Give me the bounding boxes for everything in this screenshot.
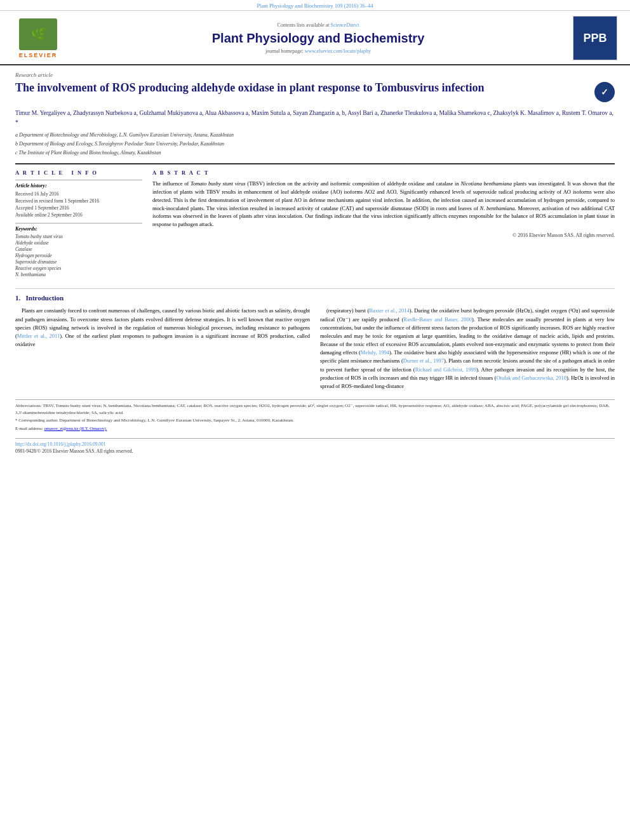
intro-left-col: Plants are constantly forced to confront… (15, 307, 310, 394)
article-info-heading: A R T I C L E I N F O (15, 170, 142, 176)
email-label: E-mail address: (15, 426, 43, 431)
affiliations: a Department of Biotechnology and Microb… (15, 131, 615, 157)
corresponding-text: * Corresponding author. Department of Bi… (15, 418, 294, 423)
keyword-4: Hydrogen peroxide (15, 253, 142, 258)
article-type: Research article (15, 72, 615, 78)
keyword-7: N. benthamiana (15, 272, 142, 277)
received-date: Received 16 July 2016 (15, 191, 142, 197)
abbreviations-footnote: Abbreviations: TBSV, Tomato bushy stunt … (15, 403, 615, 416)
plant-name: Nicotiana benthamiana (460, 180, 512, 187)
copyright-line: © 2016 Elsevier Masson SAS. All rights r… (152, 232, 615, 238)
intro-heading: 1. Introduction (15, 294, 615, 302)
keywords-heading: Keywords: (15, 226, 142, 232)
affil-a: a Department of Biotechnology and Microb… (15, 131, 615, 139)
mehdy-ref[interactable]: Mehdy, 1994 (361, 349, 389, 356)
keyword-1: Tomato bushy stunt virus (15, 234, 142, 239)
abstract-text: The influence of Tomato bushy stunt viru… (152, 180, 615, 229)
homepage-link[interactable]: www.elsevier.com/locate/plaphy (305, 48, 371, 54)
issn-line: 0981-9428/© 2016 Elsevier Masson SAS. Al… (15, 448, 615, 454)
bottom-bar: http://dx.doi.org/10.1016/j.jplaphy.2016… (15, 438, 615, 454)
intro-body: Plants are constantly forced to confront… (15, 307, 615, 394)
keywords-section: Keywords: Tomato bushy stunt virus Aldeh… (15, 223, 142, 277)
corresponding-footnote: * Corresponding author. Department of Bi… (15, 417, 615, 424)
footnotes: Abbreviations: TBSV, Tomato bushy stunt … (15, 399, 615, 432)
abbrev-text: Abbreviations: TBSV, Tomato bushy stunt … (15, 403, 610, 415)
intro-right-para1: (respiratory) burst (Baxter et al., 2014… (320, 307, 615, 390)
intro-right-col: (respiratory) burst (Baxter et al., 2014… (320, 307, 615, 394)
sciencedirect-link[interactable]: ScienceDirect (331, 22, 359, 28)
journal-ref: Plant Physiology and Biochemistry 109 (2… (257, 3, 373, 9)
intro-section: 1. Introduction Plants are constantly fo… (15, 288, 615, 394)
crossmark-badge: ✓ (594, 82, 615, 102)
page-wrapper: Plant Physiology and Biochemistry 109 (2… (0, 0, 630, 840)
email-link[interactable]: omarov_rt@enu.kz (R.T. Omarov). (44, 426, 107, 431)
elsevier-tree-icon: 🌿 (19, 18, 57, 50)
authors-line: Timur M. Yergaliyev a, Zhadyrassyn Nurbe… (15, 109, 615, 128)
journal-ref-bar: Plant Physiology and Biochemistry 109 (2… (0, 0, 630, 11)
homepage-prefix: journal homepage: (265, 48, 304, 54)
sciencedirect-line: Contents lists available at ScienceDirec… (70, 22, 566, 28)
authors-text: Timur M. Yergaliyev a, Zhadyrassyn Nurbe… (15, 110, 613, 126)
keyword-5: Superoxide dismutase (15, 259, 142, 265)
left-col: A R T I C L E I N F O Article history: R… (15, 170, 142, 278)
article-title-block: The involvement of ROS producing aldehyd… (15, 81, 615, 102)
elsevier-logo: 🌿 ELSEVIER (13, 18, 64, 58)
article-info-abstract-section: A R T I C L E I N F O Article history: R… (15, 163, 615, 278)
durner-ref[interactable]: Durner et al., 1997 (403, 357, 444, 364)
crossmark-icon: ✓ (594, 82, 615, 102)
intro-left-para1: Plants are constantly forced to confront… (15, 307, 310, 349)
ppb-logo: PPB (573, 16, 617, 60)
article-history-heading: Article history: (15, 183, 142, 189)
intro-number: 1. (15, 294, 20, 302)
article-title-text: The involvement of ROS producing aldehyd… (15, 81, 588, 95)
keyword-2: Aldehyde oxidase (15, 240, 142, 246)
mittler-ref[interactable]: Mittler et al., 2011 (17, 333, 60, 339)
doi-link: http://dx.doi.org/10.1016/j.jplaphy.2016… (15, 441, 615, 447)
sciencedirect-prefix: Contents lists available at (278, 22, 330, 28)
journal-title: Plant Physiology and Biochemistry (70, 30, 566, 46)
main-content: Research article The involvement of ROS … (0, 65, 630, 460)
n-bent: N. benthamiana (480, 205, 515, 211)
right-col: A B S T R A C T The influence of Tomato … (152, 170, 615, 278)
affil-c: c The Institute of Plant Biology and Bio… (15, 149, 615, 157)
abstract-heading: A B S T R A C T (152, 170, 615, 176)
revised-date: Received in revised form 1 September 201… (15, 198, 142, 204)
accepted-date: Accepted 1 September 2016 (15, 205, 142, 211)
affil-b: b Department of Biology and Ecology, S.T… (15, 140, 615, 148)
riedle-ref[interactable]: Riedle-Bauer and Bauer, 2000 (403, 316, 472, 323)
ppb-logo-text: PPB (583, 32, 607, 45)
baxter-ref[interactable]: Baxter et al., 2014 (369, 307, 410, 314)
intro-title: Introduction (26, 294, 64, 302)
article-history-section: Article history: Received 16 July 2016 R… (15, 180, 142, 218)
elsevier-brand: ELSEVIER (19, 52, 58, 58)
tbsv-name: Tomato bushy stunt virus (191, 180, 246, 187)
otulak-ref[interactable]: Otulak and Garbaczewska, 2010 (496, 375, 566, 381)
email-footnote: E-mail address: omarov_rt@enu.kz (R.T. O… (15, 425, 615, 432)
journal-homepage: journal homepage: www.elsevier.com/locat… (70, 48, 566, 54)
journal-header: 🌿 ELSEVIER Contents lists available at S… (0, 11, 630, 65)
keyword-3: Catalase (15, 246, 142, 252)
online-date: Available online 2 September 2016 (15, 212, 142, 218)
richael-ref[interactable]: Richael and Gilchrist, 1999 (415, 366, 476, 373)
journal-header-center: Contents lists available at ScienceDirec… (70, 22, 566, 54)
keyword-6: Reactive oxygen species (15, 265, 142, 271)
